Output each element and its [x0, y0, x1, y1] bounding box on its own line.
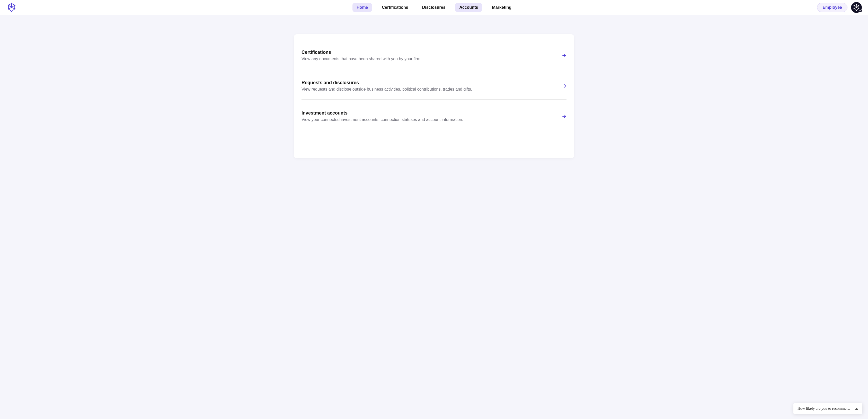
svg-point-11	[854, 8, 855, 9]
employee-button[interactable]: Employee	[817, 3, 847, 12]
main-content: Certifications View any documents that h…	[289, 34, 579, 158]
nav-certifications[interactable]: Certifications	[378, 3, 412, 12]
header-left	[6, 2, 17, 13]
list-item-requests-disclosures[interactable]: Requests and disclosures View requests a…	[302, 77, 566, 99]
survey-widget[interactable]: How likely are you to recommen…	[794, 403, 862, 414]
list-item-text: Investment accounts View your connected …	[302, 111, 557, 122]
svg-point-10	[856, 10, 857, 11]
nav-disclosures[interactable]: Disclosures	[418, 3, 450, 12]
svg-point-0	[11, 3, 12, 4]
svg-point-8	[858, 5, 859, 6]
list-item-title: Requests and disclosures	[302, 80, 557, 85]
list-item-description: View your connected investment accounts,…	[302, 117, 557, 122]
list-item-text: Certifications View any documents that h…	[302, 50, 557, 61]
svg-point-9	[858, 8, 859, 9]
svg-point-5	[8, 5, 9, 6]
arrow-right-icon	[562, 53, 566, 58]
svg-point-1	[14, 5, 16, 6]
svg-point-13	[856, 7, 857, 8]
expand-up-icon	[855, 408, 858, 410]
list-item-investment-accounts[interactable]: Investment accounts View your connected …	[302, 107, 566, 130]
survey-text: How likely are you to recommen…	[798, 407, 851, 411]
nav-accounts[interactable]: Accounts	[455, 3, 482, 12]
main-nav: Home Certifications Disclosures Accounts…	[352, 3, 516, 12]
svg-point-7	[856, 4, 857, 5]
svg-point-4	[8, 8, 9, 9]
arrow-right-icon	[562, 84, 566, 88]
arrow-right-icon	[562, 114, 566, 119]
list-item-title: Investment accounts	[302, 111, 557, 116]
list-item-certifications[interactable]: Certifications View any documents that h…	[302, 47, 566, 69]
list-item-text: Requests and disclosures View requests a…	[302, 80, 557, 92]
svg-point-2	[14, 8, 16, 9]
avatar-badge: H	[859, 9, 862, 12]
svg-point-12	[854, 5, 855, 6]
content-card: Certifications View any documents that h…	[294, 34, 574, 158]
nav-marketing[interactable]: Marketing	[488, 3, 516, 12]
svg-point-3	[11, 11, 12, 12]
avatar[interactable]: H	[851, 2, 862, 13]
list-item-description: View any documents that have been shared…	[302, 57, 557, 61]
app-header: Home Certifications Disclosures Accounts…	[0, 0, 868, 15]
svg-point-6	[11, 7, 12, 8]
logo-icon[interactable]	[6, 2, 17, 13]
list-item-description: View requests and disclose outside busin…	[302, 87, 557, 92]
list-item-title: Certifications	[302, 50, 557, 55]
nav-home[interactable]: Home	[352, 3, 372, 12]
header-right: Employee H	[817, 2, 862, 13]
